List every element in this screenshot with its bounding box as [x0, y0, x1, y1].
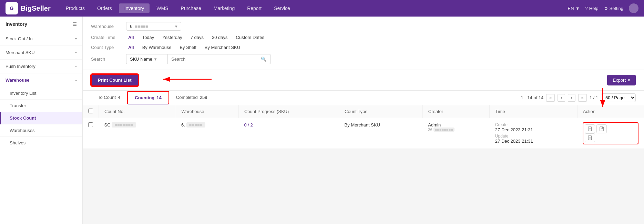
- create-time-option-custom[interactable]: Custom Dates: [234, 34, 266, 41]
- document-view-icon: [587, 126, 592, 131]
- arrow-annotation-1: [160, 71, 215, 88]
- sidebar-sub-transfer[interactable]: Transfer: [0, 100, 82, 112]
- warehouse-value: 6. ■■■■■: [181, 122, 205, 128]
- col-count-no: Count No.: [99, 105, 176, 118]
- logo[interactable]: G BigSeller: [6, 2, 51, 14]
- tab-to-count[interactable]: To Count 4: [91, 91, 127, 105]
- sidebar-menu-icon[interactable]: ☰: [72, 21, 77, 27]
- filter-panel: Warehouse 6. ■■■■■ ▾ Create Time All Tod…: [83, 17, 644, 70]
- count-type-cell: By Merchant SKU: [339, 118, 423, 149]
- select-all-header: [83, 105, 99, 118]
- app-layout: Inventory ☰ Stock Out / In ▾ Merchant SK…: [0, 17, 644, 224]
- warehouse-cell: 6. ■■■■■: [176, 118, 238, 149]
- warehouse-filter-row: Warehouse 6. ■■■■■ ▾: [91, 22, 636, 31]
- count-type-option-all[interactable]: All: [126, 44, 136, 51]
- sidebar-sub-shelves[interactable]: Shelves: [0, 137, 82, 149]
- sidebar-item-merchant-sku[interactable]: Merchant SKU ▾: [0, 46, 82, 60]
- user-avatar[interactable]: [629, 3, 638, 13]
- chevron-up-icon: ▴: [75, 78, 77, 82]
- create-time-option-30days[interactable]: 30 days: [210, 34, 230, 41]
- pagination-area: 1 - 14 of 14 « ‹ › » 1 / 1 50 / Page 100…: [521, 93, 636, 102]
- last-page-button[interactable]: »: [578, 94, 587, 102]
- nav-report[interactable]: Report: [242, 3, 267, 13]
- table-wrap: Count No. Warehouse Count Progress (SKU)…: [83, 105, 644, 149]
- sidebar: Inventory ☰ Stock Out / In ▾ Merchant SK…: [0, 17, 83, 224]
- prev-page-button[interactable]: ‹: [558, 94, 565, 102]
- col-time: Time: [490, 105, 577, 118]
- nav-orders[interactable]: Orders: [92, 3, 117, 13]
- action-icons-container: [583, 122, 638, 144]
- create-time-value: 27 Dec 2023 21:31: [495, 127, 572, 132]
- create-time-filter-row: Create Time All Today Yesterday 7 days 3…: [91, 34, 636, 41]
- view-detail-button[interactable]: [585, 124, 595, 133]
- create-time-option-today[interactable]: Today: [140, 34, 156, 41]
- tab-counting[interactable]: Counting 14: [127, 91, 169, 104]
- table-header-row: Count No. Warehouse Count Progress (SKU)…: [83, 105, 644, 118]
- nav-wms[interactable]: WMS: [151, 3, 174, 13]
- help-link[interactable]: ? Help: [585, 6, 599, 11]
- col-count-type: Count Type: [339, 105, 423, 118]
- search-input[interactable]: [171, 57, 261, 62]
- chevron-down-icon: ▾: [75, 51, 77, 54]
- page-number: 1 / 1: [590, 95, 598, 100]
- first-page-button[interactable]: «: [546, 94, 555, 102]
- update-time-label: Update: [495, 134, 572, 139]
- sidebar-sub-inventory-list[interactable]: Inventory List: [0, 87, 82, 100]
- delete-icon: [587, 135, 592, 140]
- top-navigation: G BigSeller Products Orders Inventory WM…: [0, 0, 644, 17]
- create-time-option-all[interactable]: All: [126, 34, 136, 41]
- sidebar-sub-stock-count[interactable]: Stock Count: [0, 112, 82, 124]
- export-button[interactable]: Export ▾: [607, 75, 636, 85]
- nav-marketing[interactable]: Marketing: [208, 3, 240, 13]
- create-time-option-7days[interactable]: 7 days: [188, 34, 206, 41]
- edit-button[interactable]: [596, 124, 607, 133]
- count-type-option-sku[interactable]: By Merchant SKU: [203, 44, 242, 51]
- create-time-label: Create: [495, 122, 572, 127]
- next-page-button[interactable]: ›: [568, 94, 575, 102]
- nav-purchase[interactable]: Purchase: [175, 3, 207, 13]
- count-type-label: Count Type: [91, 45, 122, 50]
- per-page-select[interactable]: 50 / Page 100 / Page: [601, 93, 636, 102]
- settings-link[interactable]: ⚙ Setting: [604, 6, 623, 11]
- nav-service[interactable]: Service: [268, 3, 296, 13]
- search-icon[interactable]: 🔍: [261, 57, 266, 62]
- creator-cell: Admin 26 ■■■■■■■■: [422, 118, 490, 149]
- count-type-option-shelf[interactable]: By Shelf: [177, 44, 198, 51]
- chevron-down-icon: ▾: [628, 78, 630, 83]
- print-count-list-button[interactable]: Print Count List: [91, 74, 139, 86]
- create-time-option-yesterday[interactable]: Yesterday: [160, 34, 184, 41]
- action-row-bottom: [585, 133, 636, 142]
- search-by-select[interactable]: SKU Name ▾: [126, 54, 167, 64]
- tab-completed[interactable]: Completed 259: [169, 91, 214, 105]
- tabs-list: To Count 4 Counting 14 Completed 259: [91, 91, 214, 105]
- col-count-progress: Count Progress (SKU): [238, 105, 339, 118]
- warehouse-value: 6. ■■■■■: [130, 24, 149, 29]
- warehouse-select[interactable]: 6. ■■■■■ ▾: [126, 22, 181, 31]
- nav-inventory[interactable]: Inventory: [119, 3, 150, 13]
- language-selector[interactable]: EN ▼: [568, 6, 580, 11]
- row-checkbox[interactable]: [88, 122, 93, 127]
- toolbar-area: Print Count List Export ▾: [83, 70, 644, 91]
- tabs-area: To Count 4 Counting 14 Completed 259 1 -…: [83, 91, 644, 105]
- sidebar-item-push-inventory[interactable]: Push Inventory ▾: [0, 60, 82, 73]
- create-time-label: Create Time: [91, 35, 122, 40]
- sidebar-item-stock-out-in[interactable]: Stock Out / In ▾: [0, 32, 82, 46]
- search-by-value: SKU Name: [130, 57, 152, 62]
- action-row-top: [585, 124, 636, 133]
- count-no-value: SC ■■■■■■■: [104, 122, 136, 128]
- count-type-value: By Merchant SKU: [345, 122, 380, 128]
- search-filter-row: Search SKU Name ▾ 🔍: [91, 54, 636, 64]
- row-checkbox-cell: [83, 118, 99, 149]
- chevron-down-icon: ▾: [175, 24, 177, 29]
- count-type-option-warehouse[interactable]: By Warehouse: [140, 44, 174, 51]
- warehouse-label: Warehouse: [91, 24, 122, 29]
- col-creator: Creator: [422, 105, 490, 118]
- progress-value: 0 / 2: [244, 122, 253, 128]
- sidebar-sub-warehouses[interactable]: Warehouses: [0, 124, 82, 137]
- select-all-checkbox[interactable]: [88, 109, 93, 113]
- delete-button[interactable]: [585, 133, 595, 142]
- sidebar-item-warehouse[interactable]: Warehouse ▴: [0, 73, 82, 87]
- sidebar-title: Inventory ☰: [0, 17, 82, 32]
- nav-products[interactable]: Products: [60, 3, 90, 13]
- table-row: SC ■■■■■■■ 6. ■■■■■ 0 / 2 By Merchant SK…: [83, 118, 644, 149]
